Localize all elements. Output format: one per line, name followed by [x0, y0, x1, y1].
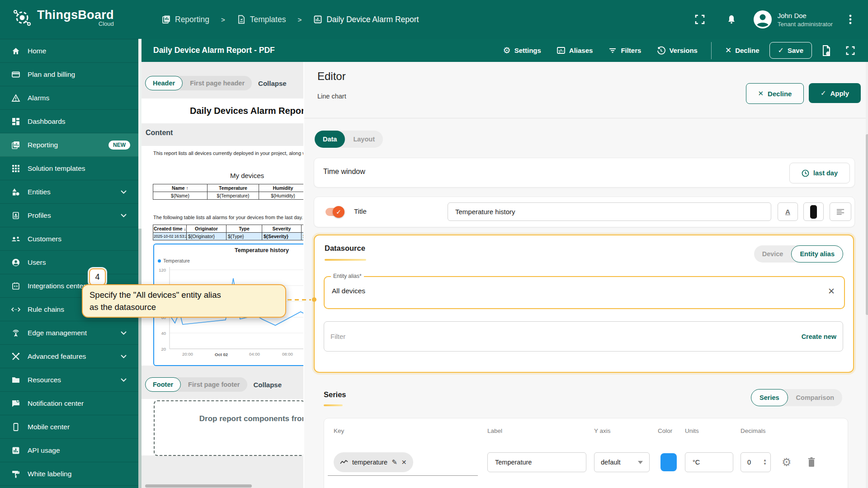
column-key: Key	[334, 427, 344, 434]
entity-alias-field[interactable]: Entity alias* All devices ✕	[324, 276, 845, 309]
datasource-heading: Datasource	[325, 244, 365, 253]
title-color-button[interactable]	[803, 202, 824, 221]
tab-footer[interactable]: Footer	[145, 377, 181, 392]
sidebar-item-api-usage[interactable]: API usage	[0, 439, 138, 462]
units-input[interactable]	[685, 452, 733, 472]
sidebar-item-plan-and-billing[interactable]: Plan and billing	[0, 63, 138, 86]
shapes-icon	[11, 188, 21, 197]
sidebar-item-entities[interactable]: Entities	[0, 180, 138, 204]
column-y-axis: Y axis	[594, 427, 611, 434]
sidebar-item-notification-center[interactable]: Notification center	[0, 392, 138, 415]
sidebar-item-settings[interactable]: ⚙ Settings	[0, 486, 138, 488]
filters-button[interactable]: Filters	[603, 42, 646, 59]
time-window-label: Time window	[323, 168, 365, 176]
entity-alias-value: All devices	[332, 287, 365, 295]
collapse-header-button[interactable]: Collapse	[258, 80, 287, 87]
settings-button[interactable]: ⚙ Settings	[498, 42, 547, 59]
sidebar-item-profiles[interactable]: Profiles	[0, 204, 138, 227]
sidebar-item-mobile-center[interactable]: Mobile center	[0, 415, 138, 439]
entity-alias-label: Entity alias*	[331, 273, 364, 279]
save-button[interactable]: ✓ Save	[769, 42, 812, 59]
sidebar-item-resources[interactable]: Resources	[0, 368, 138, 392]
filter-field[interactable]: Filter Create new	[324, 321, 843, 352]
sidebar-item-users[interactable]: Users	[0, 251, 138, 274]
sidebar-item-solution-templates[interactable]: Solution templates	[0, 157, 138, 180]
series-label-input[interactable]	[487, 452, 586, 472]
reporting-icon	[11, 141, 21, 150]
breadcrumb-reporting[interactable]: Reporting	[162, 15, 209, 24]
sidebar-item-white-labeling[interactable]: White labeling	[0, 462, 138, 486]
breadcrumb-current[interactable]: Daily Device Alarm Report	[313, 15, 419, 24]
sidebar-scrollbar[interactable]	[138, 39, 142, 488]
series-key-chip[interactable]: temperature ✎ ✕	[334, 452, 413, 472]
tab-comparison[interactable]: Comparison	[788, 389, 843, 406]
content-section-label: Content	[146, 129, 173, 137]
tab-series[interactable]: Series	[751, 389, 788, 406]
footer-dropzone[interactable]: Drop report components from here	[154, 400, 303, 456]
series-color-swatch[interactable]	[660, 453, 677, 471]
expand-editor-icon[interactable]	[841, 42, 860, 59]
preview-report-icon[interactable]	[816, 41, 836, 60]
time-window-card: Time window last day	[314, 158, 855, 188]
versions-button[interactable]: Versions	[651, 42, 703, 59]
collapse-footer-button[interactable]: Collapse	[254, 381, 282, 389]
editor-apply-button[interactable]: ✓Apply	[809, 83, 861, 103]
create-new-filter-link[interactable]: Create new	[802, 333, 836, 340]
code-arrows-icon	[11, 305, 21, 314]
people-icon	[11, 235, 21, 244]
user-menu[interactable]: John Doe Tenant administrator	[753, 10, 833, 29]
report-page-title: Daily Devices Alarm Report	[190, 106, 303, 116]
aliases-button[interactable]: Aliases	[551, 42, 599, 59]
kebab-menu-icon[interactable]	[844, 10, 856, 28]
tab-first-page-footer[interactable]: First page footer	[181, 378, 247, 391]
breadcrumb-templates[interactable]: Templates	[237, 15, 286, 24]
remove-key-icon[interactable]: ✕	[401, 459, 407, 466]
tab-device[interactable]: Device	[754, 245, 792, 263]
editor-decline-button[interactable]: ✕Decline	[746, 83, 804, 104]
series-settings-gear-icon[interactable]: ⚙	[782, 456, 792, 469]
datasource-type-toggle: Device Entity alias	[754, 245, 843, 263]
preview-horizontal-scrollbar[interactable]	[145, 484, 252, 488]
stepper-arrows[interactable]: ▲▼	[763, 459, 767, 466]
clear-entity-alias-icon[interactable]: ✕	[828, 286, 835, 296]
chevron-down-icon	[121, 190, 127, 194]
tools-icon	[11, 352, 21, 361]
fullscreen-icon[interactable]	[690, 10, 710, 28]
tab-entity-alias[interactable]: Entity alias	[791, 245, 843, 263]
notifications-bell-icon[interactable]	[722, 10, 741, 28]
font-settings-button[interactable]: A	[778, 202, 798, 221]
datasource-card: Datasource Device Entity alias Entity al…	[314, 235, 854, 373]
title-align-button[interactable]	[830, 202, 851, 221]
title-toggle[interactable]: ✓	[326, 208, 344, 216]
thingsboard-logo[interactable]: ThingsBoard Cloud	[12, 7, 114, 28]
close-icon: ✕	[758, 89, 764, 98]
sidebar-item-advanced-features[interactable]: Advanced features	[0, 345, 138, 368]
integrations-icon	[11, 282, 21, 291]
devices-table-title: My devices	[230, 172, 264, 179]
dropzone-text: Drop report components from here	[155, 413, 303, 425]
chart-title-input[interactable]	[448, 202, 771, 221]
time-window-button[interactable]: last day	[789, 163, 850, 183]
history-icon	[656, 46, 665, 55]
series-marker-underline	[324, 404, 343, 406]
sidebar-item-alarms[interactable]: Alarms	[0, 86, 138, 110]
sidebar-item-customers[interactable]: Customers	[0, 227, 138, 251]
delete-series-icon[interactable]	[807, 457, 816, 468]
tab-first-page-header[interactable]: First page header	[183, 76, 252, 90]
sidebar-item-edge-management[interactable]: Edge management	[0, 321, 138, 345]
sidebar-item-home[interactable]: Home	[0, 39, 138, 63]
tab-data[interactable]: Data	[315, 131, 345, 148]
editor-vertical-scrollbar[interactable]	[866, 62, 868, 488]
sidebar-item-dashboards[interactable]: Dashboards	[0, 110, 138, 133]
tutorial-step-badge: 4	[89, 268, 106, 286]
edit-key-icon[interactable]: ✎	[392, 458, 397, 466]
y-axis-select[interactable]: default	[594, 452, 650, 472]
series-table-card: Key Label Y axis Color Units Decimals te…	[324, 418, 848, 488]
tab-header[interactable]: Header	[145, 76, 183, 90]
tab-layout[interactable]: Layout	[345, 131, 383, 148]
decimals-stepper[interactable]: 0 ▲▼	[741, 452, 771, 472]
sidebar-item-reporting[interactable]: Reporting NEW	[0, 133, 138, 157]
decline-button[interactable]: ✕ Decline	[720, 42, 765, 59]
series-comparison-toggle: Series Comparison	[751, 389, 842, 406]
tutorial-tooltip: Specify the "All devices" entity alias a…	[82, 284, 286, 318]
